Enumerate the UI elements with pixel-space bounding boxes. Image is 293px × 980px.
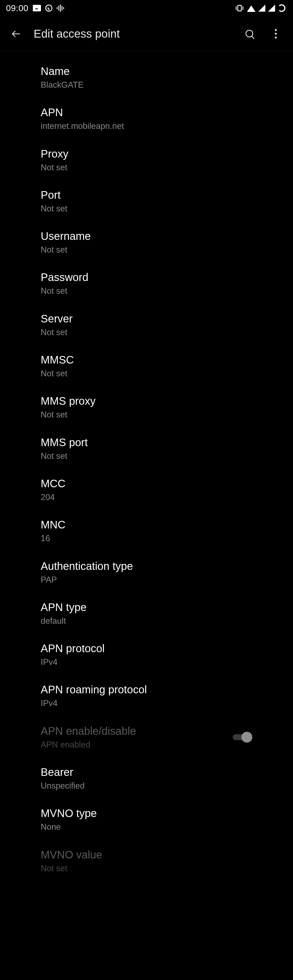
setting-item-text: BearerUnspecified xyxy=(41,765,252,791)
data-saver-icon xyxy=(45,5,52,12)
setting-item-title: Password xyxy=(41,270,252,284)
setting-item-title: Username xyxy=(41,229,252,243)
signal-icon-1 xyxy=(258,5,265,12)
setting-item-title: MCC xyxy=(41,477,252,490)
setting-item-title: Authentication type xyxy=(41,559,252,573)
setting-item-title: Proxy xyxy=(41,147,252,161)
setting-item-value: Not set xyxy=(41,368,252,379)
setting-item-value: Not set xyxy=(41,286,252,296)
status-bar-left: 09:00 ▬ xyxy=(6,3,64,13)
setting-item-value: APN enabled xyxy=(41,739,233,750)
setting-item-value: Not set xyxy=(41,162,252,173)
setting-item-apn-roaming-protocol[interactable]: APN roaming protocolIPv4 xyxy=(0,675,293,716)
setting-item-text: MMS portNot set xyxy=(41,436,252,461)
setting-item-value: IPv4 xyxy=(41,657,252,668)
setting-item-mms-port[interactable]: MMS portNot set xyxy=(0,428,293,469)
setting-item-title: MMS proxy xyxy=(41,394,252,408)
setting-item-value: Not set xyxy=(41,409,252,420)
setting-toggle-apn-enable-disable xyxy=(233,732,252,743)
setting-item-text: UsernameNot set xyxy=(41,229,252,255)
setting-item-value: Unspecified xyxy=(41,781,252,791)
setting-item-title: APN xyxy=(41,106,252,119)
setting-item-mms-proxy[interactable]: MMS proxyNot set xyxy=(0,387,293,428)
toggle-thumb xyxy=(242,732,252,743)
setting-item-mvno-value: MVNO valueNot set xyxy=(0,840,293,881)
search-button[interactable] xyxy=(242,26,257,41)
notification-app-icon: ▬ xyxy=(33,5,41,11)
setting-item-text: APN roaming protocolIPv4 xyxy=(41,683,252,709)
setting-item-value: Not set xyxy=(41,451,252,461)
setting-item-title: Bearer xyxy=(41,765,252,779)
setting-item-text: MCC204 xyxy=(41,477,252,503)
setting-item-server[interactable]: ServerNot set xyxy=(0,304,293,345)
setting-item-title: MVNO value xyxy=(41,848,252,861)
search-icon xyxy=(245,30,254,38)
setting-item-password[interactable]: PasswordNot set xyxy=(0,263,293,304)
setting-item-username[interactable]: UsernameNot set xyxy=(0,222,293,263)
setting-item-mnc[interactable]: MNC16 xyxy=(0,510,293,552)
setting-item-port[interactable]: PortNot set xyxy=(0,181,293,222)
setting-item-title: Port xyxy=(41,188,252,202)
setting-item-value: Not set xyxy=(41,327,252,338)
podcast-icon xyxy=(57,4,64,12)
setting-item-value: Not set xyxy=(41,863,252,874)
setting-item-text: PortNot set xyxy=(41,188,252,214)
setting-item-title: MVNO type xyxy=(41,807,252,820)
setting-item-title: APN protocol xyxy=(41,641,252,655)
setting-item-name[interactable]: NameBlackGATE xyxy=(0,57,293,98)
setting-item-value: IPv4 xyxy=(41,698,252,709)
setting-item-value: default xyxy=(41,616,252,627)
setting-item-value: 16 xyxy=(41,533,252,544)
setting-item-title: APN type xyxy=(41,600,252,614)
setting-item-text: MVNO typeNone xyxy=(41,807,252,832)
setting-item-text: APNinternet.mobileapn.net xyxy=(41,106,252,132)
setting-item-title: MNC xyxy=(41,518,252,531)
back-arrow-icon xyxy=(12,29,21,38)
setting-item-apn-protocol[interactable]: APN protocolIPv4 xyxy=(0,634,293,675)
setting-item-title: APN roaming protocol xyxy=(41,683,252,696)
more-vert-icon xyxy=(275,29,277,38)
app-bar: Edit access point xyxy=(0,16,293,51)
setting-item-title: MMS port xyxy=(41,436,252,449)
back-button[interactable] xyxy=(10,27,23,40)
setting-item-mvno-type[interactable]: MVNO typeNone xyxy=(0,799,293,840)
setting-item-value: internet.mobileapn.net xyxy=(41,121,252,132)
wifi-icon xyxy=(247,5,256,12)
setting-item-title: Server xyxy=(41,312,252,325)
setting-item-mmsc[interactable]: MMSCNot set xyxy=(0,345,293,387)
setting-item-value: Not set xyxy=(41,245,252,255)
setting-item-value: None xyxy=(41,822,252,832)
signal-icon-2 xyxy=(268,5,275,12)
vibrate-icon xyxy=(235,5,244,12)
status-bar: 09:00 ▬ xyxy=(0,0,293,16)
settings-list: NameBlackGATEAPNinternet.mobileapn.netPr… xyxy=(0,51,293,892)
setting-item-title: Name xyxy=(41,64,252,78)
status-bar-right xyxy=(235,4,285,12)
setting-item-title: MMSC xyxy=(41,353,252,367)
setting-item-text: ServerNot set xyxy=(41,312,252,338)
setting-item-mcc[interactable]: MCC204 xyxy=(0,469,293,510)
overflow-menu-button[interactable] xyxy=(268,26,283,41)
setting-item-value: Not set xyxy=(41,203,252,214)
setting-item-value: BlackGATE xyxy=(41,80,252,91)
setting-item-value: 204 xyxy=(41,492,252,503)
setting-item-proxy[interactable]: ProxyNot set xyxy=(0,139,293,181)
setting-item-text: NameBlackGATE xyxy=(41,64,252,91)
setting-item-text: APN enable/disableAPN enabled xyxy=(41,724,233,750)
setting-item-apn-type[interactable]: APN typedefault xyxy=(0,593,293,634)
setting-item-authentication-type[interactable]: Authentication typePAP xyxy=(0,552,293,593)
setting-item-apn-enable-disable: APN enable/disableAPN enabled xyxy=(0,717,293,758)
loading-spinner-icon xyxy=(278,4,285,12)
setting-item-text: MNC16 xyxy=(41,518,252,544)
setting-item-text: Authentication typePAP xyxy=(41,559,252,585)
setting-item-text: MMS proxyNot set xyxy=(41,394,252,420)
setting-item-text: MMSCNot set xyxy=(41,353,252,379)
setting-item-text: ProxyNot set xyxy=(41,147,252,173)
setting-item-text: PasswordNot set xyxy=(41,270,252,296)
setting-item-value: PAP xyxy=(41,574,252,585)
setting-item-text: MVNO valueNot set xyxy=(41,848,252,874)
status-clock: 09:00 xyxy=(6,3,29,13)
setting-item-apn[interactable]: APNinternet.mobileapn.net xyxy=(0,98,293,139)
setting-item-bearer[interactable]: BearerUnspecified xyxy=(0,758,293,799)
page-title: Edit access point xyxy=(34,27,231,40)
